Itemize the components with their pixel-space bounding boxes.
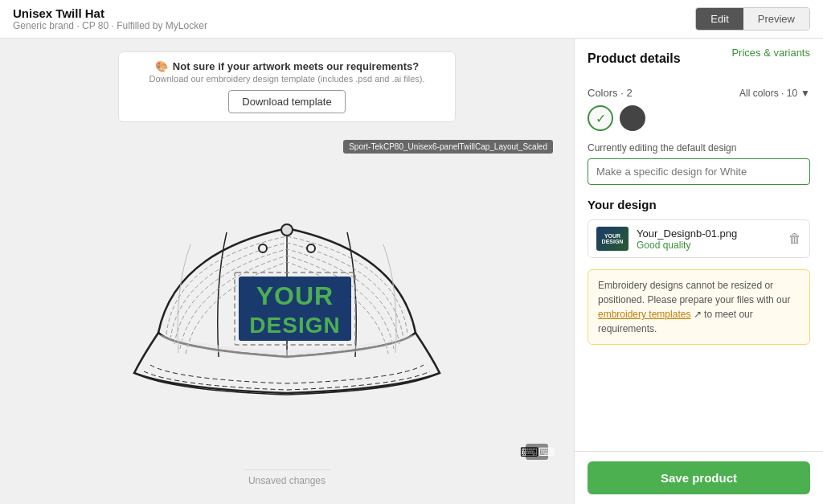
design-thumbnail: YOURDESIGN xyxy=(596,227,629,251)
specific-design-input[interactable] xyxy=(588,158,810,185)
canvas-area: Sport-TekCP80_Unisex6-panelTwillCap_Layo… xyxy=(13,132,561,469)
svg-text:YOUR: YOUR xyxy=(256,281,334,310)
product-title: Unisex Twill Hat xyxy=(13,6,207,20)
warning-text: Embroidery designs cannot be resized or … xyxy=(598,280,790,305)
keyboard-icon-wrapper: ⌨ xyxy=(526,444,548,460)
chevron-down-icon: ▼ xyxy=(800,88,810,99)
colors-section-label: Colors · 2 All colors · 10 ▼ xyxy=(588,87,810,99)
hat-illustration: YOUR DESIGN xyxy=(94,156,480,445)
all-colors-dropdown[interactable]: All colors · 10 ▼ xyxy=(739,88,810,99)
editing-label: Currently editing the default design xyxy=(588,142,810,154)
notice-title: 🎨 Not sure if your artwork meets our req… xyxy=(132,60,442,72)
all-colors-label: All colors · 10 xyxy=(739,88,797,99)
svg-point-2 xyxy=(281,224,293,236)
bottom-status: Unsaved changes xyxy=(244,469,330,491)
top-bar: Unisex Twill Hat Generic brand · CP 80 ·… xyxy=(0,0,823,39)
design-file-info: Your_Designb-01.png Good quality xyxy=(637,227,788,251)
keyboard-icon: ⌨ xyxy=(526,444,548,460)
unsaved-changes-label: Unsaved changes xyxy=(248,475,326,486)
download-template-button[interactable]: Download template xyxy=(228,90,345,113)
left-panel: 🎨 Not sure if your artwork meets our req… xyxy=(0,39,574,504)
svg-point-1 xyxy=(307,244,315,252)
notice-icon: 🎨 xyxy=(155,60,168,72)
colors-label: Colors · 2 xyxy=(588,87,633,99)
artwork-notice: 🎨 Not sure if your artwork meets our req… xyxy=(118,51,456,122)
product-meta: Generic brand · CP 80 · Fulfilled by MyL… xyxy=(13,20,207,31)
svg-point-0 xyxy=(259,244,267,252)
save-product-button[interactable]: Save product xyxy=(588,461,810,494)
selected-checkmark: ✓ xyxy=(596,111,606,126)
delete-design-button[interactable]: 🗑 xyxy=(788,232,801,246)
design-file-name: Your_Designb-01.png xyxy=(637,227,788,240)
hat-container: YOUR DESIGN xyxy=(94,156,480,445)
color-swatch-dark[interactable] xyxy=(620,105,645,131)
edit-button[interactable]: Edit xyxy=(696,8,743,30)
svg-text:DESIGN: DESIGN xyxy=(249,313,340,338)
edit-preview-toggle: Edit Preview xyxy=(695,7,810,31)
preview-button[interactable]: Preview xyxy=(743,8,809,30)
your-design-title: Your design xyxy=(588,198,810,211)
canvas-label: Sport-TekCP80_Unisex6-panelTwillCap_Layo… xyxy=(343,140,553,154)
product-info: Unisex Twill Hat Generic brand · CP 80 ·… xyxy=(13,6,207,31)
main-layout: 🎨 Not sure if your artwork meets our req… xyxy=(0,39,823,504)
save-footer: Save product xyxy=(575,451,823,504)
color-swatches: ✓ xyxy=(588,105,810,131)
prices-variants-link[interactable]: Prices & variants xyxy=(731,47,810,59)
embroidery-templates-link[interactable]: embroidery templates xyxy=(598,309,690,320)
design-file-row: YOURDESIGN Your_Designb-01.png Good qual… xyxy=(588,219,810,258)
notice-subtitle: Download our embroidery design template … xyxy=(132,74,442,84)
warning-box: Embroidery designs cannot be resized or … xyxy=(588,269,810,345)
panel-title: Product details xyxy=(588,51,681,66)
right-panel: Product details Prices & variants Colors… xyxy=(574,39,823,504)
color-swatch-white[interactable]: ✓ xyxy=(588,105,613,131)
design-file-quality: Good quality xyxy=(637,240,788,251)
